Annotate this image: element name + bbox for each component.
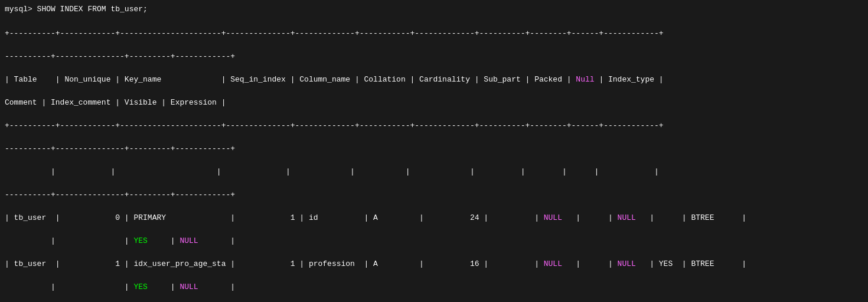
command-line: mysql> SHOW INDEX FROM tb_user;: [2, 5, 866, 14]
data-row-2b: | | YES | NULL |: [5, 281, 866, 293]
data-row-1b: | | YES | NULL |: [5, 235, 866, 247]
data-row-2a: | tb_user | 1 | idx_user_pro_age_sta | 1…: [5, 258, 866, 270]
data-row-1a: | tb_user | 0 | PRIMARY | 1 | id | A | 2…: [5, 212, 866, 224]
separator-1: +----------+------------+---------------…: [5, 28, 866, 40]
table-output: +----------+------------+---------------…: [2, 16, 866, 302]
separator-3: +----------+------------+---------------…: [5, 120, 866, 132]
header-row-2: Comment | Index_comment | Visible | Expr…: [5, 97, 866, 109]
separator-4: ----------+---------------+---------+---…: [5, 143, 866, 155]
terminal-window: mysql> SHOW INDEX FROM tb_user; +-------…: [0, 0, 868, 302]
separator-5: ----------+---------------+---------+---…: [5, 189, 866, 201]
header-row-1: | Table | Non_unique | Key_name | Seq_in…: [5, 74, 866, 86]
empty-row: | | | | | | | | | | |: [5, 166, 866, 178]
separator-2: ----------+---------------+---------+---…: [5, 51, 866, 63]
